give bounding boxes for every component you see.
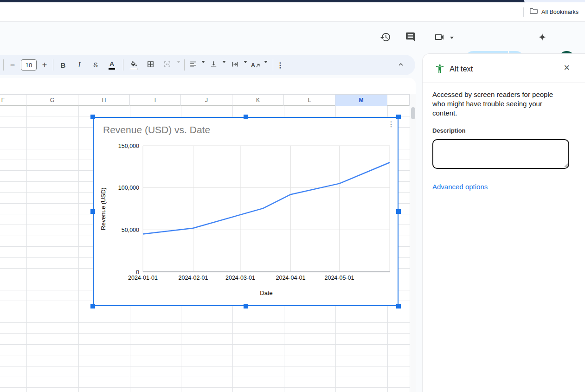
bookmarks-bar: All Bookmarks xyxy=(0,2,585,22)
svg-text:2024-03-01: 2024-03-01 xyxy=(225,275,255,281)
text-rotation-icon: A xyxy=(251,62,260,68)
svg-text:150,000: 150,000 xyxy=(118,143,139,149)
line-chart: 050,000100,000150,0002024-01-012024-02-0… xyxy=(94,118,398,305)
chevron-down-icon xyxy=(264,61,268,70)
column-header-I[interactable]: I xyxy=(130,95,181,106)
column-header-L[interactable]: L xyxy=(284,95,335,106)
screen: All Bookmarks Share xyxy=(0,0,585,392)
decrease-font-size-button[interactable]: − xyxy=(7,59,18,71)
meet-dropdown-button[interactable] xyxy=(446,28,457,47)
sparkle-icon xyxy=(537,32,548,44)
version-history-button[interactable] xyxy=(376,28,395,47)
panel-title: Alt text xyxy=(450,64,473,73)
column-header-K[interactable]: K xyxy=(232,95,284,106)
fill-color-button[interactable] xyxy=(128,59,139,71)
alt-text-panel: Alt text × Accessed by screen readers fo… xyxy=(422,53,585,392)
horizontal-align-button[interactable] xyxy=(187,59,199,71)
formatting-toolbar: − 10 + B I S A xyxy=(0,55,415,75)
text-wrap-icon xyxy=(231,60,239,70)
merge-cells-button[interactable] xyxy=(161,59,173,71)
text-color-button[interactable]: A xyxy=(106,59,117,71)
bold-button[interactable]: B xyxy=(58,59,69,71)
scrollbar-thumb[interactable] xyxy=(411,107,415,119)
column-header-J[interactable]: J xyxy=(181,95,232,106)
collapse-toolbar-button[interactable] xyxy=(395,59,406,71)
borders-icon xyxy=(147,60,154,70)
text-color-icon: A xyxy=(109,61,115,70)
close-panel-button[interactable]: × xyxy=(564,61,570,74)
vertical-align-dropdown[interactable] xyxy=(222,63,226,67)
embedded-chart[interactable]: Revenue (USD) vs. Date ⋮ 050,000100,0001… xyxy=(93,117,399,306)
comment-icon xyxy=(405,32,416,44)
comments-button[interactable] xyxy=(401,28,419,47)
video-camera-icon xyxy=(434,32,445,44)
svg-text:2024-01-01: 2024-01-01 xyxy=(128,275,158,281)
gemini-button[interactable] xyxy=(533,28,552,47)
column-headers: FGHIJKLM xyxy=(0,94,410,106)
toolbar-divider xyxy=(273,59,273,71)
chevron-down-icon xyxy=(222,61,226,70)
more-toolbar-options-button[interactable]: ⋮ xyxy=(275,59,286,71)
description-label: Description xyxy=(432,127,466,134)
meet-camera-button[interactable] xyxy=(430,28,449,47)
merge-cells-icon xyxy=(163,60,171,70)
grid-line xyxy=(78,106,79,392)
text-rotation-button[interactable]: A xyxy=(250,59,261,71)
svg-text:2024-04-01: 2024-04-01 xyxy=(276,275,306,281)
horizontal-align-dropdown[interactable] xyxy=(201,63,205,67)
chevron-down-icon xyxy=(450,37,454,39)
panel-divider xyxy=(423,83,585,83)
toolbar-divider xyxy=(3,59,4,71)
column-header-F[interactable]: F xyxy=(0,95,26,106)
description-input[interactable] xyxy=(432,139,569,169)
svg-text:Revenue (USD): Revenue (USD) xyxy=(100,187,107,230)
column-header-M[interactable]: M xyxy=(335,95,387,106)
app-header: Share I xyxy=(0,22,585,55)
text-wrap-dropdown[interactable] xyxy=(243,63,247,67)
merge-cells-dropdown[interactable] xyxy=(176,63,180,67)
chevron-down-icon xyxy=(244,61,247,70)
italic-button[interactable]: I xyxy=(74,59,85,71)
alt-text-help: Accessed by screen readers for people wh… xyxy=(432,90,559,118)
vertical-align-icon xyxy=(210,60,218,70)
toolbar-divider xyxy=(123,59,123,71)
text-wrap-button[interactable] xyxy=(229,59,240,71)
paint-bucket-icon xyxy=(130,61,137,70)
accessibility-icon xyxy=(435,64,445,76)
grid-line xyxy=(26,106,27,392)
chevron-up-icon xyxy=(397,61,405,70)
font-size-input[interactable]: 10 xyxy=(21,59,37,71)
folder-icon xyxy=(530,7,538,16)
toolbar-divider xyxy=(53,59,53,71)
strikethrough-button[interactable]: S xyxy=(90,59,101,71)
svg-text:100,000: 100,000 xyxy=(118,185,139,191)
bookmarks-separator xyxy=(523,7,524,17)
vertical-align-button[interactable] xyxy=(208,59,219,71)
history-icon xyxy=(380,32,391,44)
text-rotation-dropdown[interactable] xyxy=(264,63,268,67)
align-left-icon xyxy=(189,60,197,70)
chevron-down-icon xyxy=(177,61,180,70)
svg-text:Date: Date xyxy=(260,289,272,296)
column-header-H[interactable]: H xyxy=(78,95,130,106)
column-header-partial[interactable] xyxy=(387,95,410,106)
chevron-down-icon xyxy=(201,61,205,70)
all-bookmarks-button[interactable]: All Bookmarks xyxy=(541,9,579,15)
svg-text:50,000: 50,000 xyxy=(122,227,139,233)
increase-font-size-button[interactable]: + xyxy=(39,59,50,71)
borders-button[interactable] xyxy=(145,59,156,71)
vertical-scrollbar[interactable] xyxy=(410,94,416,392)
toolbar-divider xyxy=(184,59,185,71)
advanced-options-link[interactable]: Advanced options xyxy=(432,183,488,191)
svg-text:2024-05-01: 2024-05-01 xyxy=(325,275,354,281)
svg-text:2024-02-01: 2024-02-01 xyxy=(179,275,208,281)
column-header-G[interactable]: G xyxy=(26,95,78,106)
